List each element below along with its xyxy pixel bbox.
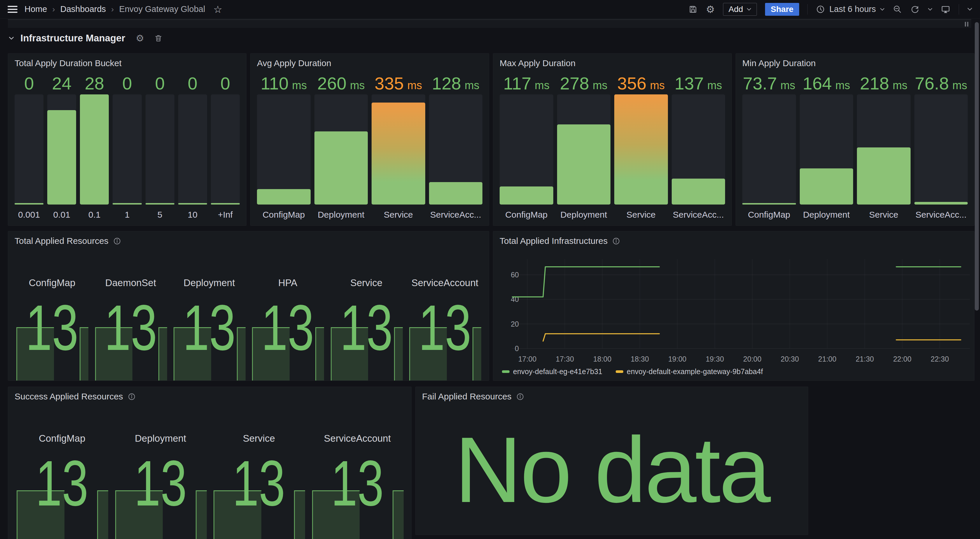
share-button[interactable]: Share — [765, 3, 799, 16]
stat-cell[interactable]: Deployment13 — [172, 252, 247, 380]
stat-value-text: 13 — [183, 280, 235, 376]
row-delete-trash-icon[interactable] — [154, 34, 163, 43]
panel-title[interactable]: Total Applied Resources — [14, 236, 121, 246]
x-axis-tick-label: 21:30 — [856, 355, 874, 363]
bar-fill — [257, 189, 310, 205]
stat-cell[interactable]: HPA13 — [250, 252, 325, 380]
bar-track — [857, 94, 911, 205]
panel-title[interactable]: Min Apply Duration — [742, 58, 816, 68]
x-axis-tick-label: 17:30 — [555, 355, 574, 363]
gauge-category-label: Service — [857, 205, 911, 222]
y-axis-tick-label: 20 — [511, 320, 519, 328]
stat-value: 13 — [14, 280, 89, 376]
stat-value-text: 13 — [331, 435, 384, 531]
divider — [807, 4, 808, 14]
save-dashboard-icon[interactable] — [688, 5, 698, 14]
chevron-down-icon — [747, 8, 751, 11]
add-button[interactable]: Add — [723, 3, 757, 16]
panel-title[interactable]: Fail Applied Resources — [422, 392, 524, 401]
panel-title[interactable]: Max Apply Duration — [500, 58, 576, 68]
zoom-out-icon[interactable] — [893, 5, 902, 14]
row-settings-gear-icon[interactable]: ⚙ — [135, 33, 144, 43]
gauge-value: 0 — [178, 72, 207, 94]
breadcrumb-separator: › — [111, 5, 114, 14]
legend-item[interactable]: envoy-default-example-gateway-9b7aba4f — [616, 368, 763, 376]
panel-title[interactable]: Total Applied Infrastructures — [500, 236, 620, 246]
gauge-value: 278ms — [557, 72, 611, 94]
gauge-value: 164ms — [800, 72, 853, 94]
bar-fill — [672, 179, 725, 205]
panel-title[interactable]: Success Applied Resources — [14, 392, 135, 401]
info-icon[interactable] — [612, 237, 620, 245]
panel-resize-handle[interactable] — [965, 22, 968, 27]
bar-fill — [915, 202, 968, 205]
gauge-value-unit: ms — [952, 75, 967, 92]
stat-value-text: 13 — [261, 280, 314, 376]
info-icon[interactable] — [516, 393, 524, 401]
gauge-column: 280.1 — [80, 72, 109, 222]
legend-swatch — [502, 370, 509, 373]
gauge-value: 73.7ms — [742, 72, 796, 94]
stat-value-text: 13 — [25, 280, 78, 376]
bar-fill — [146, 203, 174, 205]
page-scrollbar-thumb[interactable] — [975, 22, 979, 311]
info-icon[interactable] — [128, 393, 135, 401]
panel-title[interactable]: Avg Apply Duration — [257, 58, 331, 68]
breadcrumb-dashboards[interactable]: Dashboards — [60, 4, 106, 14]
info-icon[interactable] — [113, 237, 121, 245]
menu-icon[interactable] — [8, 6, 18, 13]
legend-label: envoy-default-example-gateway-9b7aba4f — [627, 368, 763, 376]
gauge-value: 356ms — [614, 72, 668, 94]
gauge-category-label: ConfigMap — [500, 205, 553, 222]
panel-title[interactable]: Total Apply Duration Bucket — [14, 58, 122, 68]
gauge-column: 240.01 — [47, 72, 76, 222]
bar-gauge-chart: 117msConfigMap278msDeployment356msServic… — [500, 72, 725, 222]
bar-fill — [372, 103, 425, 205]
stat-cell[interactable]: Deployment13 — [113, 407, 208, 539]
gauge-category-label: ServiceAcc... — [429, 205, 483, 222]
stat-cell[interactable]: DaemonSet13 — [93, 252, 168, 380]
refresh-icon[interactable] — [910, 5, 920, 14]
tv-mode-icon[interactable] — [940, 4, 951, 14]
nav-more-chevron-icon[interactable] — [967, 8, 972, 11]
bar-fill — [211, 203, 240, 205]
breadcrumb-home[interactable]: Home — [24, 4, 47, 14]
bar-track — [257, 94, 310, 205]
stat-cell[interactable]: Service13 — [329, 252, 404, 380]
gauge-column: 218msService — [857, 72, 911, 222]
stat-cell[interactable]: Service13 — [212, 407, 307, 539]
refresh-interval-chevron-icon[interactable] — [928, 8, 932, 11]
bar-fill — [614, 94, 668, 205]
panel-total-applied-resources: Total Applied Resources ConfigMap13Daemo… — [8, 231, 489, 381]
stat-cell[interactable]: ConfigMap13 — [14, 252, 89, 380]
stat-value-text: 13 — [36, 435, 88, 531]
chevron-down-icon — [880, 8, 885, 11]
favorite-star-icon[interactable]: ☆ — [213, 3, 222, 15]
bar-fill — [113, 203, 142, 205]
bar-track — [742, 94, 796, 205]
bar-track — [146, 94, 174, 205]
legend-item[interactable]: envoy-default-eg-e41e7b31 — [502, 368, 602, 376]
stat-cell[interactable]: ServiceAccount13 — [407, 252, 482, 380]
bar-fill — [857, 147, 911, 205]
x-axis-tick-label: 19:30 — [706, 355, 724, 363]
stat-cell[interactable]: ConfigMap13 — [14, 407, 110, 539]
gauge-column: 76.8msServiceAcc... — [915, 72, 968, 222]
breadcrumb-separator: › — [52, 5, 55, 14]
row-collapse-chevron-icon[interactable] — [9, 36, 14, 40]
gauge-value: 0 — [146, 72, 174, 94]
gauge-column: 0+Inf — [211, 72, 240, 222]
dashboard-settings-icon[interactable]: ⚙ — [706, 4, 714, 14]
gauge-column: 260msDeployment — [314, 72, 368, 222]
stat-value: 13 — [329, 280, 404, 376]
stat-cell[interactable]: ServiceAccount13 — [310, 407, 405, 539]
bar-fill — [429, 182, 483, 205]
gauge-value-number: 278 — [560, 73, 589, 94]
gauge-column: 335msService — [372, 72, 425, 222]
row-title[interactable]: Infrastructure Manager — [21, 33, 125, 44]
time-range-picker[interactable]: Last 6 hours — [816, 4, 885, 14]
gauge-value-number: 128 — [432, 73, 461, 94]
gauge-column: 128msServiceAcc... — [429, 72, 483, 222]
gauge-category-label: 0.1 — [80, 205, 109, 222]
time-series-chart[interactable]: 020406017:0017:3018:0018:3019:0019:3020:… — [493, 231, 975, 381]
